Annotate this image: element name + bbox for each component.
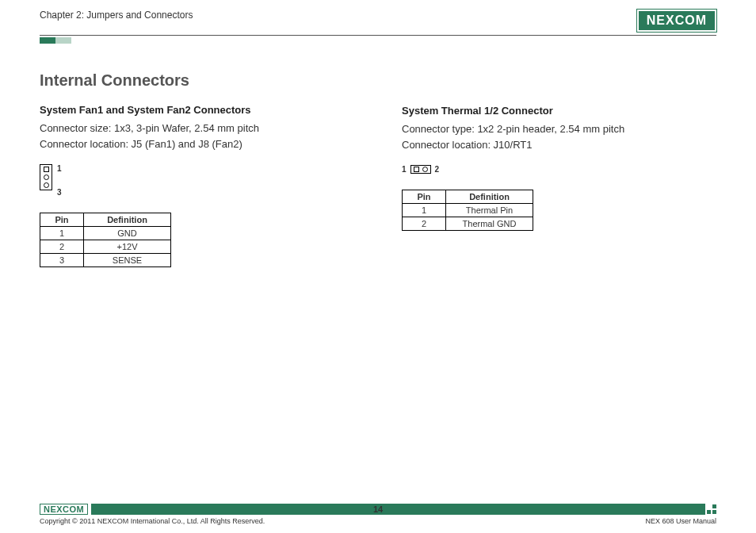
pin-2-circle-icon bbox=[44, 174, 49, 180]
table-row: 2Thermal GND bbox=[403, 217, 533, 231]
pin-label-3: 3 bbox=[57, 188, 62, 197]
page-header: Chapter 2: Jumpers and Connectors NEXCOM bbox=[40, 10, 716, 36]
page-footer: NEXCOM 14 Copyright © 2011 NEXCOM Intern… bbox=[40, 504, 716, 525]
right-column: System Thermal 1/2 Connector Connector t… bbox=[402, 71, 716, 267]
thermal-pin-table: Pin Definition 1Thermal Pin 2Thermal GND bbox=[402, 190, 533, 231]
th-pin-r: Pin bbox=[403, 190, 446, 204]
pin-1-square-icon bbox=[44, 167, 49, 172]
section-title: Internal Connectors bbox=[40, 71, 354, 90]
th-def: Definition bbox=[84, 213, 171, 227]
right-line2: Connector location: J10/RT1 bbox=[402, 137, 716, 153]
content-area: Internal Connectors System Fan1 and Syst… bbox=[40, 71, 716, 267]
right-desc: Connector type: 1x2 2-pin header, 2.54 m… bbox=[402, 121, 716, 152]
doc-name: NEX 608 User Manual bbox=[645, 517, 716, 525]
pin-label-1: 1 bbox=[57, 164, 62, 173]
table-row: 2+12V bbox=[40, 240, 171, 254]
fan-pin-labels: 1 3 bbox=[57, 164, 62, 197]
copyright-text: Copyright © 2011 NEXCOM International Co… bbox=[40, 517, 265, 525]
th-def-r: Definition bbox=[446, 190, 533, 204]
brand-text: NEXCOM bbox=[647, 13, 707, 28]
fan-pin-box bbox=[40, 164, 52, 190]
pin-3-circle-icon bbox=[44, 182, 49, 188]
table-row: 1Thermal Pin bbox=[403, 204, 533, 217]
left-subtitle: System Fan1 and System Fan2 Connectors bbox=[40, 104, 354, 116]
chapter-title: Chapter 2: Jumpers and Connectors bbox=[40, 10, 193, 21]
right-subtitle: System Thermal 1/2 Connector bbox=[402, 105, 716, 117]
thermal-pin-box bbox=[410, 165, 431, 174]
left-column: Internal Connectors System Fan1 and Syst… bbox=[40, 71, 354, 267]
table-row: 1GND bbox=[40, 227, 171, 240]
thermal-pin-diagram: 1 2 bbox=[402, 165, 716, 174]
left-line2: Connector location: J5 (Fan1) and J8 (Fa… bbox=[40, 136, 354, 152]
fan-pin-diagram: 1 3 bbox=[40, 164, 354, 197]
left-line1: Connector size: 1x3, 3-pin Wafer, 2.54 m… bbox=[40, 121, 354, 136]
pin-h-label-2: 2 bbox=[435, 165, 440, 174]
fan-pin-table: Pin Definition 1GND 2+12V 3SENSE bbox=[40, 213, 171, 267]
left-desc: Connector size: 1x3, 3-pin Wafer, 2.54 m… bbox=[40, 121, 354, 151]
th-pin: Pin bbox=[40, 213, 84, 227]
pin-h-label-1: 1 bbox=[402, 165, 407, 174]
page-number: 14 bbox=[40, 504, 716, 514]
pin-h1-square-icon bbox=[414, 167, 419, 172]
table-row: 3SENSE bbox=[40, 254, 171, 267]
brand-logo-top: NEXCOM bbox=[637, 10, 716, 32]
header-tab-decor bbox=[40, 37, 716, 44]
footer-text: Copyright © 2011 NEXCOM International Co… bbox=[40, 517, 716, 525]
right-line1: Connector type: 1x2 2-pin header, 2.54 m… bbox=[402, 121, 716, 137]
pin-h2-circle-icon bbox=[422, 167, 428, 172]
